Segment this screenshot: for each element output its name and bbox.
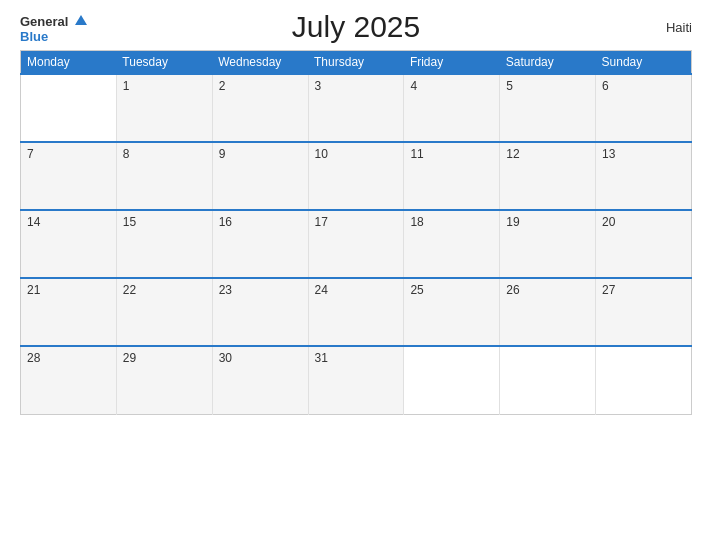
calendar-cell: 7	[21, 142, 117, 210]
day-number: 21	[27, 283, 40, 297]
day-number: 24	[315, 283, 328, 297]
day-number: 3	[315, 79, 322, 93]
day-number: 23	[219, 283, 232, 297]
day-number: 16	[219, 215, 232, 229]
logo-triangle-icon	[75, 15, 87, 25]
week-row-3: 14151617181920	[21, 210, 692, 278]
day-number: 18	[410, 215, 423, 229]
day-number: 19	[506, 215, 519, 229]
day-number: 4	[410, 79, 417, 93]
calendar-cell	[21, 74, 117, 142]
day-number: 14	[27, 215, 40, 229]
day-number: 11	[410, 147, 423, 161]
calendar-cell: 4	[404, 74, 500, 142]
day-number: 20	[602, 215, 615, 229]
calendar-cell: 22	[116, 278, 212, 346]
day-number: 22	[123, 283, 136, 297]
day-number: 26	[506, 283, 519, 297]
calendar-cell: 17	[308, 210, 404, 278]
week-row-4: 21222324252627	[21, 278, 692, 346]
day-number: 1	[123, 79, 130, 93]
day-number: 12	[506, 147, 519, 161]
weekday-header-tuesday: Tuesday	[116, 51, 212, 75]
calendar-cell: 5	[500, 74, 596, 142]
calendar-cell: 11	[404, 142, 500, 210]
calendar-cell: 15	[116, 210, 212, 278]
day-number: 29	[123, 351, 136, 365]
logo: General Blue	[20, 12, 100, 43]
country-label: Haiti	[612, 20, 692, 35]
calendar-cell: 9	[212, 142, 308, 210]
day-number: 31	[315, 351, 328, 365]
week-row-5: 28293031	[21, 346, 692, 414]
day-number: 2	[219, 79, 226, 93]
weekday-header-sunday: Sunday	[596, 51, 692, 75]
calendar-cell: 30	[212, 346, 308, 414]
day-number: 17	[315, 215, 328, 229]
calendar-cell: 1	[116, 74, 212, 142]
day-number: 15	[123, 215, 136, 229]
calendar-cell: 8	[116, 142, 212, 210]
calendar-header: General Blue July 2025 Haiti	[20, 10, 692, 44]
calendar-cell: 6	[596, 74, 692, 142]
calendar-cell: 31	[308, 346, 404, 414]
day-number: 10	[315, 147, 328, 161]
calendar-cell: 3	[308, 74, 404, 142]
day-number: 7	[27, 147, 34, 161]
calendar-cell: 23	[212, 278, 308, 346]
day-number: 8	[123, 147, 130, 161]
calendar-cell	[404, 346, 500, 414]
logo-general-text: General	[20, 14, 68, 29]
calendar-cell: 12	[500, 142, 596, 210]
weekday-header-wednesday: Wednesday	[212, 51, 308, 75]
weekday-header-friday: Friday	[404, 51, 500, 75]
calendar-cell: 14	[21, 210, 117, 278]
calendar-cell: 10	[308, 142, 404, 210]
calendar-table: MondayTuesdayWednesdayThursdayFridaySatu…	[20, 50, 692, 415]
day-number: 28	[27, 351, 40, 365]
calendar-cell: 20	[596, 210, 692, 278]
day-number: 5	[506, 79, 513, 93]
weekday-header-row: MondayTuesdayWednesdayThursdayFridaySatu…	[21, 51, 692, 75]
day-number: 27	[602, 283, 615, 297]
calendar-cell: 2	[212, 74, 308, 142]
calendar-cell: 27	[596, 278, 692, 346]
calendar-cell	[500, 346, 596, 414]
day-number: 30	[219, 351, 232, 365]
calendar-cell: 25	[404, 278, 500, 346]
week-row-2: 78910111213	[21, 142, 692, 210]
logo-top: General	[20, 12, 87, 30]
logo-blue-text: Blue	[20, 30, 48, 43]
weekday-header-saturday: Saturday	[500, 51, 596, 75]
calendar-cell: 16	[212, 210, 308, 278]
day-number: 13	[602, 147, 615, 161]
calendar-cell	[596, 346, 692, 414]
calendar-cell: 21	[21, 278, 117, 346]
day-number: 9	[219, 147, 226, 161]
weekday-header-monday: Monday	[21, 51, 117, 75]
week-row-1: 123456	[21, 74, 692, 142]
day-number: 25	[410, 283, 423, 297]
calendar-cell: 29	[116, 346, 212, 414]
month-title: July 2025	[100, 10, 612, 44]
weekday-header-thursday: Thursday	[308, 51, 404, 75]
calendar-cell: 13	[596, 142, 692, 210]
calendar-cell: 28	[21, 346, 117, 414]
day-number: 6	[602, 79, 609, 93]
calendar-cell: 24	[308, 278, 404, 346]
calendar-cell: 18	[404, 210, 500, 278]
calendar-cell: 19	[500, 210, 596, 278]
calendar-cell: 26	[500, 278, 596, 346]
